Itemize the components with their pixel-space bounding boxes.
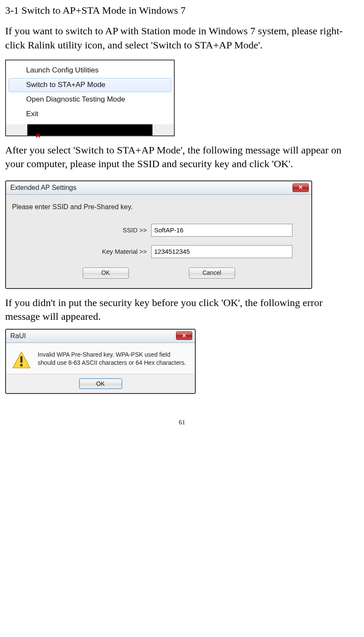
error-dialog-titlebar: RaUI ✕ (6, 330, 195, 343)
menu-shadow-bar (6, 124, 174, 135)
menu-item-exit[interactable]: Exit (9, 107, 171, 121)
menu-item-launch-config[interactable]: Launch Config Utilities (9, 63, 171, 78)
dialog-titlebar: Extended AP Settings ✕ (6, 181, 311, 195)
extended-ap-settings-dialog: Extended AP Settings ✕ Please enter SSID… (5, 180, 312, 289)
raui-error-dialog: RaUI ✕ Invalid WPA Pre-Shared key. WPA-P… (5, 329, 196, 394)
close-button[interactable]: ✕ (292, 183, 309, 192)
context-menu-screenshot: Launch Config Utilities Switch to STA+AP… (5, 60, 175, 136)
mid-paragraph: After you select 'Switch to STA+AP Mode'… (5, 143, 359, 171)
intro-paragraph: If you want to switch to AP with Station… (5, 24, 359, 52)
key-material-label: Key Material >> (12, 247, 151, 256)
error-ok-button[interactable]: OK (79, 379, 122, 389)
section-heading: 3-1 Switch to AP+STA Mode in Windows 7 (5, 3, 359, 17)
menu-item-switch-mode[interactable]: Switch to STA+AP Mode (9, 78, 171, 92)
warning-icon (12, 351, 31, 370)
ok-button[interactable]: OK (83, 267, 129, 279)
error-message: Invalid WPA Pre-Shared key. WPA-PSK used… (38, 351, 189, 367)
ssid-input[interactable] (151, 224, 292, 237)
error-dialog-title: RaUI (10, 331, 26, 341)
close-icon: ✕ (298, 184, 303, 191)
svg-rect-1 (21, 356, 23, 363)
page-number: 61 (5, 418, 359, 427)
ssid-label: SSID >> (12, 226, 151, 234)
cancel-button[interactable]: Cancel (189, 267, 235, 279)
key-material-input[interactable] (151, 245, 292, 258)
error-close-button[interactable]: ✕ (176, 331, 192, 340)
dialog-title: Extended AP Settings (10, 183, 76, 192)
svg-point-2 (20, 364, 23, 367)
dialog-instruction: Please enter SSID and Pre-Shared key. (12, 202, 305, 212)
close-icon: ✕ (182, 332, 186, 339)
menu-item-open-diag[interactable]: Open Diagnostic Testing Mode (9, 93, 171, 107)
after-dialog-paragraph: If you didn't in put the security key be… (5, 296, 359, 324)
